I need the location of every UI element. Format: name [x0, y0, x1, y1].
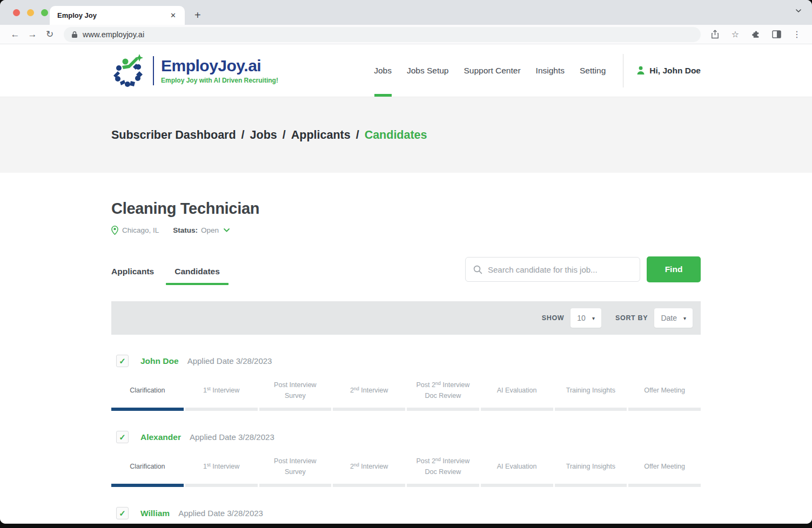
stage-label: AI Evaluation — [481, 378, 553, 403]
job-location: Chicago, IL — [122, 226, 159, 234]
stage-tab[interactable]: Clarification — [111, 378, 184, 411]
user-menu[interactable]: Hi, John Doe — [636, 44, 701, 97]
address-bar[interactable]: www.employjoy.ai — [64, 27, 701, 42]
window-minimize-button[interactable] — [27, 9, 34, 16]
stage-tab[interactable]: Post 2nd Interview Doc Review — [407, 454, 479, 487]
candidate-name[interactable]: Alexander — [140, 432, 181, 442]
tab-search-chevron-icon[interactable] — [795, 7, 802, 15]
stage-tab[interactable]: AI Evaluation — [481, 454, 553, 487]
stage-tab[interactable]: Post Interview Survey — [259, 378, 332, 411]
stage-progress-bar — [333, 484, 405, 487]
url-text: www.employjoy.ai — [83, 30, 144, 39]
breadcrumb-current: Candidates — [365, 128, 427, 141]
breadcrumb: Subscriber Dashboard/Jobs/Applicants/Can… — [111, 128, 427, 142]
employjoy-logo[interactable]: EmployJoy.ai Employ Joy with AI Driven R… — [111, 44, 278, 97]
show-label: SHOW — [542, 314, 565, 322]
extensions-puzzle-icon[interactable] — [747, 27, 764, 42]
stage-tab[interactable]: Post Interview Survey — [259, 454, 332, 487]
stage-progress-bar — [111, 408, 184, 411]
reload-icon[interactable]: ↻ — [41, 27, 58, 42]
user-person-icon — [636, 66, 645, 75]
list-header: ApplicantsCandidates Find — [111, 256, 701, 285]
candidate-name[interactable]: William — [140, 509, 170, 518]
share-icon[interactable] — [706, 27, 723, 42]
stage-progress-bar — [259, 484, 332, 487]
show-count-dropdown[interactable]: 10 ▾ — [571, 308, 601, 328]
stage-progress-bar — [555, 408, 627, 411]
find-button[interactable]: Find — [647, 256, 701, 282]
view-tab[interactable]: Candidates — [175, 267, 220, 285]
breadcrumb-link[interactable]: Jobs — [250, 128, 277, 141]
view-tab[interactable]: Applicants — [111, 267, 154, 285]
stage-tab[interactable]: 1st Interview — [185, 378, 258, 411]
new-tab-button[interactable]: + — [194, 10, 201, 20]
nav-item[interactable]: Setting — [572, 44, 613, 97]
stage-tab[interactable]: 2nd Interview — [333, 378, 405, 411]
nav-item[interactable]: Jobs — [366, 44, 399, 97]
bookmark-star-icon[interactable]: ☆ — [727, 27, 744, 42]
nav-item[interactable]: Insights — [528, 44, 572, 97]
candidate-header: ✓ William Applied Date 3/28/2023 — [111, 507, 701, 519]
logo-tagline: Employ Joy with AI Driven Recruiting! — [161, 77, 278, 84]
candidate-applied-date: Applied Date 3/28/2023 — [190, 432, 274, 442]
breadcrumb-separator: / — [283, 128, 286, 141]
stage-progress-bar — [628, 408, 701, 411]
stage-label: Training Insights — [555, 454, 627, 479]
side-panel-icon[interactable] — [768, 27, 785, 42]
sort-by-dropdown[interactable]: Date ▾ — [654, 308, 693, 328]
breadcrumb-separator: / — [356, 128, 359, 141]
sort-caret-icon: ▾ — [683, 315, 686, 321]
candidate-applied-date: Applied Date 3/28/2023 — [178, 509, 263, 518]
candidate-name[interactable]: John Doe — [140, 356, 179, 366]
stage-label: Clarification — [111, 454, 184, 479]
candidate-list: ✓ John Doe Applied Date 3/28/2023 Clarif… — [111, 355, 701, 524]
stage-label: 1st Interview — [185, 454, 258, 479]
candidate-checkbox[interactable]: ✓ — [116, 507, 129, 519]
candidate-row: ✓ Alexander Applied Date 3/28/2023 Clari… — [111, 431, 701, 487]
search-input[interactable] — [488, 265, 632, 274]
back-icon[interactable]: ← — [6, 27, 24, 42]
status-chevron-down-icon[interactable] — [223, 228, 230, 233]
nav-item-label: Setting — [580, 66, 606, 76]
stage-tab[interactable]: Offer Meeting — [628, 454, 701, 487]
browser-tab[interactable]: Employ Joy ✕ — [50, 6, 185, 25]
stage-progress-bar — [407, 484, 479, 487]
stage-tab[interactable]: 1st Interview — [185, 454, 258, 487]
breadcrumb-link[interactable]: Applicants — [291, 128, 351, 141]
toolbar-actions: ☆ ⋮ — [706, 27, 806, 42]
stage-label: Post 2nd Interview Doc Review — [407, 454, 479, 479]
browser-menu-kebab-icon[interactable]: ⋮ — [788, 27, 806, 42]
window-zoom-button[interactable] — [41, 9, 48, 16]
nav-item-label: Jobs — [374, 66, 392, 76]
stage-tab[interactable]: AI Evaluation — [481, 378, 553, 411]
stage-tab[interactable]: Post 2nd Interview Doc Review — [407, 378, 479, 411]
list-control-bar: SHOW 10 ▾ SORT BY Date ▾ — [111, 301, 701, 335]
stage-tab[interactable]: Training Insights — [555, 378, 627, 411]
logo-text: EmployJoy.ai Employ Joy with AI Driven R… — [161, 57, 278, 84]
stage-tab[interactable]: Training Insights — [555, 454, 627, 487]
stage-grid: Clarification 1st Interview Post Intervi… — [111, 454, 701, 487]
stage-tab[interactable]: Offer Meeting — [628, 378, 701, 411]
tab-close-icon[interactable]: ✕ — [168, 10, 178, 21]
browser-tab-title: Employ Joy — [57, 11, 168, 19]
nav-item[interactable]: Support Center — [456, 44, 528, 97]
candidate-checkbox[interactable]: ✓ — [116, 431, 129, 443]
window-close-button[interactable] — [13, 9, 20, 16]
stage-label: Post Interview Survey — [259, 378, 332, 403]
stage-label: 2nd Interview — [333, 454, 405, 479]
stage-progress-bar — [481, 408, 553, 411]
view-tabs: ApplicantsCandidates — [111, 267, 220, 285]
breadcrumb-separator: / — [241, 128, 245, 141]
stage-tab[interactable]: 2nd Interview — [333, 454, 405, 487]
stage-progress-bar — [111, 484, 184, 487]
logo-separator — [153, 56, 154, 85]
nav-item[interactable]: Jobs Setup — [399, 44, 457, 97]
candidate-checkbox[interactable]: ✓ — [116, 355, 129, 367]
stage-tab[interactable]: Clarification — [111, 454, 184, 487]
forward-icon[interactable]: → — [24, 27, 41, 42]
candidate-header: ✓ Alexander Applied Date 3/28/2023 — [111, 431, 701, 443]
stage-label: Post Interview Survey — [259, 454, 332, 479]
breadcrumb-link[interactable]: Subscriber Dashboard — [111, 128, 236, 141]
search-box — [465, 257, 640, 282]
page-title: Cleaning Technician — [111, 173, 701, 218]
